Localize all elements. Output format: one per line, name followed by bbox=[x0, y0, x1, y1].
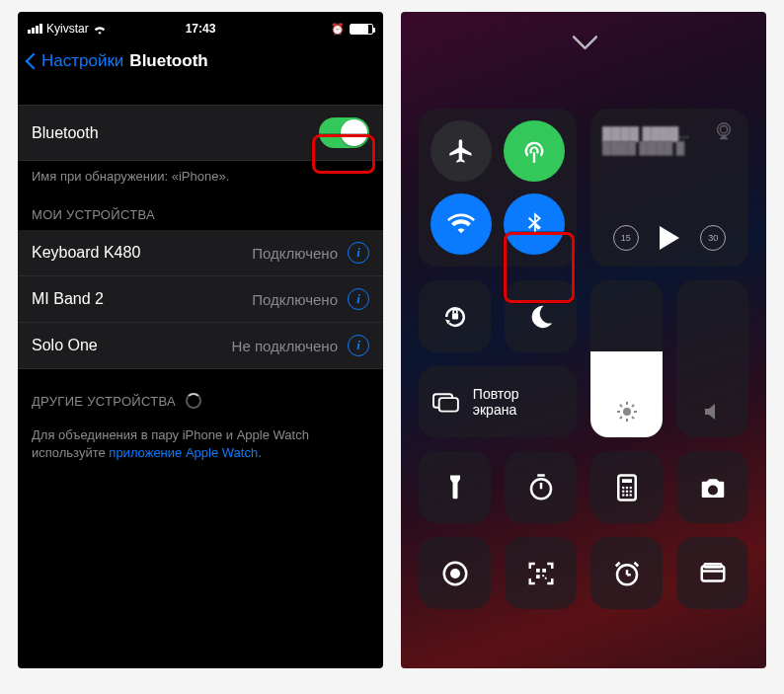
svg-rect-18 bbox=[622, 479, 632, 483]
lock-rotation-icon bbox=[440, 302, 470, 332]
media-controls-group[interactable]: ████ ████... ████ ████ █ 15 30 bbox=[590, 109, 748, 267]
skip-forward-button[interactable]: 30 bbox=[700, 225, 726, 251]
flashlight-icon bbox=[440, 473, 470, 502]
brightness-slider[interactable] bbox=[590, 280, 663, 437]
device-status: Не подключено bbox=[232, 338, 338, 354]
chevron-left-icon bbox=[26, 53, 42, 70]
back-label: Настройки bbox=[41, 51, 123, 71]
info-icon[interactable]: i bbox=[348, 242, 369, 264]
clock-label: 17:43 bbox=[186, 22, 216, 36]
device-name: Keyboard K480 bbox=[32, 244, 252, 262]
svg-point-3 bbox=[623, 408, 631, 416]
svg-line-39 bbox=[634, 562, 638, 566]
svg-line-10 bbox=[619, 417, 621, 419]
apple-watch-link[interactable]: приложение Apple Watch bbox=[109, 445, 258, 460]
device-row[interactable]: Solo One Не подключено i bbox=[18, 323, 383, 369]
svg-rect-13 bbox=[439, 398, 458, 411]
svg-line-9 bbox=[632, 417, 634, 419]
wifi-icon bbox=[93, 24, 107, 35]
nav-bar: Настройки Bluetooth bbox=[18, 39, 383, 85]
cellular-data-button[interactable] bbox=[504, 120, 565, 182]
my-devices-header: МОИ УСТРОЙСТВА bbox=[18, 184, 383, 230]
svg-rect-2 bbox=[451, 313, 457, 319]
calculator-button[interactable] bbox=[590, 451, 663, 523]
back-button[interactable]: Настройки bbox=[20, 51, 123, 71]
svg-rect-34 bbox=[544, 577, 546, 578]
settings-screen: Kyivstar 17:43 ⏰ Настройки Bluetooth Blu… bbox=[18, 12, 383, 668]
wifi-button[interactable] bbox=[431, 193, 492, 255]
wallet-icon bbox=[698, 559, 728, 588]
device-row[interactable]: Keyboard K480 Подключено i bbox=[18, 230, 383, 276]
timer-button[interactable] bbox=[505, 451, 577, 523]
camera-icon bbox=[698, 473, 728, 502]
bluetooth-button[interactable] bbox=[504, 193, 565, 255]
device-row[interactable]: MI Band 2 Подключено i bbox=[18, 276, 383, 323]
media-title: ████ ████... bbox=[602, 126, 737, 141]
orientation-lock-button[interactable] bbox=[419, 280, 491, 352]
svg-line-11 bbox=[632, 405, 634, 407]
device-status: Подключено bbox=[252, 245, 338, 262]
svg-point-19 bbox=[622, 486, 625, 489]
flashlight-button[interactable] bbox=[419, 451, 491, 523]
wifi-icon bbox=[447, 210, 475, 238]
svg-line-8 bbox=[619, 405, 621, 407]
screen-mirroring-icon bbox=[432, 390, 459, 414]
device-status: Подключено bbox=[252, 291, 338, 308]
spinner-icon bbox=[186, 393, 201, 409]
antenna-icon bbox=[520, 137, 548, 165]
bluetooth-toggle-row: Bluetooth bbox=[18, 105, 383, 161]
bluetooth-toggle[interactable] bbox=[319, 117, 369, 148]
svg-point-20 bbox=[625, 486, 628, 489]
svg-point-21 bbox=[629, 486, 632, 489]
info-icon[interactable]: i bbox=[348, 335, 369, 356]
do-not-disturb-button[interactable] bbox=[505, 280, 577, 352]
play-button[interactable] bbox=[660, 226, 679, 250]
svg-rect-40 bbox=[701, 566, 724, 580]
discoverable-caption: Имя при обнаружении: «iPhone». bbox=[18, 161, 383, 184]
airplane-mode-button[interactable] bbox=[431, 120, 492, 182]
pairing-footer: Для объединения в пару iPhone и Apple Wa… bbox=[18, 417, 383, 471]
other-devices-header: ДРУГИЕ УСТРОЙСТВА bbox=[18, 369, 383, 417]
qr-icon bbox=[526, 559, 556, 588]
info-icon[interactable]: i bbox=[348, 288, 369, 310]
sun-icon bbox=[615, 400, 639, 424]
carrier-label: Kyivstar bbox=[46, 22, 89, 36]
bluetooth-label: Bluetooth bbox=[32, 124, 319, 142]
camera-button[interactable] bbox=[676, 451, 748, 523]
svg-rect-41 bbox=[701, 570, 724, 573]
svg-rect-33 bbox=[542, 575, 544, 577]
connectivity-group bbox=[419, 109, 577, 267]
svg-line-38 bbox=[615, 562, 619, 566]
svg-point-26 bbox=[625, 494, 628, 497]
svg-point-25 bbox=[622, 494, 625, 497]
screen-record-button[interactable] bbox=[419, 537, 491, 609]
moon-icon bbox=[526, 302, 556, 332]
record-icon bbox=[440, 559, 470, 588]
svg-point-24 bbox=[629, 490, 632, 493]
svg-point-22 bbox=[622, 490, 625, 493]
qr-scanner-button[interactable] bbox=[505, 537, 577, 609]
svg-rect-32 bbox=[536, 575, 540, 578]
speaker-icon bbox=[701, 400, 725, 424]
screen-mirroring-button[interactable]: Повтор экрана bbox=[419, 366, 577, 437]
device-name: Solo One bbox=[32, 337, 232, 354]
svg-point-27 bbox=[629, 494, 632, 497]
skip-back-button[interactable]: 15 bbox=[613, 225, 639, 251]
volume-slider[interactable] bbox=[676, 280, 748, 437]
calculator-icon bbox=[612, 473, 642, 502]
device-name: MI Band 2 bbox=[32, 290, 252, 308]
media-subtitle: ████ ████ █ bbox=[602, 141, 737, 155]
chevron-down-icon[interactable] bbox=[570, 24, 597, 51]
svg-rect-31 bbox=[542, 569, 546, 573]
control-center-screen: ████ ████... ████ ████ █ 15 30 bbox=[401, 12, 766, 668]
alarm-button[interactable] bbox=[590, 537, 663, 609]
alarm-icon: ⏰ bbox=[331, 23, 345, 36]
svg-point-29 bbox=[450, 569, 460, 578]
svg-rect-30 bbox=[536, 569, 540, 573]
battery-icon bbox=[350, 24, 373, 35]
screen-mirroring-label: Повтор экрана bbox=[473, 386, 563, 418]
alarm-clock-icon bbox=[612, 559, 642, 588]
status-bar: Kyivstar 17:43 ⏰ bbox=[18, 18, 383, 39]
airplane-icon bbox=[447, 137, 475, 165]
wallet-button[interactable] bbox=[676, 537, 748, 609]
